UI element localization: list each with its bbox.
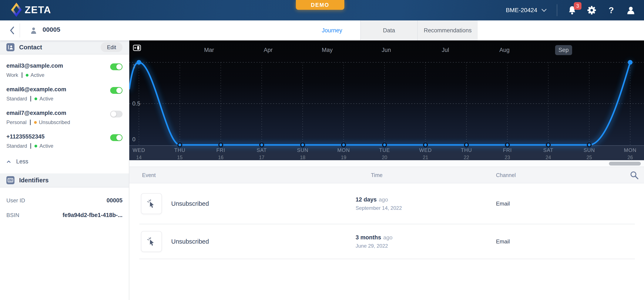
data-point[interactable] — [628, 60, 632, 65]
day-name: SUN — [584, 147, 595, 153]
data-point[interactable] — [342, 143, 346, 147]
page-title: 00005 — [42, 26, 60, 33]
edit-contact-button[interactable]: Edit — [100, 42, 122, 52]
day-name: SUN — [297, 147, 308, 153]
table-search-button[interactable] — [630, 170, 639, 180]
day-date: 18 — [297, 155, 308, 160]
day-date: 20 — [379, 155, 390, 160]
event-name: Unsubscribed — [171, 200, 209, 207]
contact-value: email3@sample.com — [6, 62, 110, 69]
contact-toggle[interactable] — [110, 111, 122, 118]
data-point[interactable] — [546, 143, 550, 147]
data-point[interactable] — [424, 143, 428, 147]
data-point[interactable] — [136, 60, 141, 65]
contact-value: email6@example.com — [6, 86, 110, 93]
event-name: Unsubscribed — [171, 238, 209, 245]
time-relative: 12 days — [356, 196, 377, 203]
event-row[interactable]: Unsubscribed 3 monthsago June 29, 2022 E… — [139, 224, 635, 259]
time-date: June 29, 2022 — [356, 243, 392, 249]
identifier-value: fe9a94d2-fbe1-418b-... — [62, 212, 122, 218]
month-label-aug[interactable]: Aug — [496, 45, 513, 55]
cursor-click-icon — [146, 236, 156, 246]
tab-journey[interactable]: Journey — [304, 20, 361, 40]
event-channel: Email — [496, 238, 510, 245]
month-label-mar[interactable]: Mar — [201, 45, 218, 55]
data-point[interactable] — [588, 143, 591, 147]
journey-timeline-chart[interactable]: MarAprMayJunJulAugSep WED14THU15FRI16SAT… — [129, 40, 644, 160]
month-label-apr[interactable]: Apr — [260, 45, 276, 55]
contact-toggle[interactable] — [110, 134, 122, 141]
column-channel: Channel — [496, 172, 516, 178]
day-name: MON — [624, 147, 636, 153]
help-button[interactable]: ? — [606, 6, 616, 15]
column-time: Time — [371, 172, 382, 178]
column-event: Event — [142, 172, 156, 178]
status-dot — [34, 121, 37, 124]
account-name: BME-20424 — [506, 7, 537, 14]
month-label-jun[interactable]: Jun — [378, 45, 394, 55]
event-row[interactable]: Unsubscribed 12 daysago September 14, 20… — [139, 184, 635, 224]
collapse-less-link[interactable]: Less — [7, 158, 129, 165]
day-date: 21 — [419, 155, 432, 160]
chevron-down-icon — [542, 9, 546, 12]
back-button[interactable] — [7, 26, 17, 35]
day-name: FRI — [503, 147, 512, 153]
identifier-row: BSIN fe9a94d2-fbe1-418b-... — [6, 212, 122, 218]
identifier-value: 00005 — [106, 197, 122, 204]
tab-recommendations[interactable]: Recommendations — [418, 20, 478, 40]
month-label-may[interactable]: May — [318, 45, 336, 55]
data-point[interactable] — [382, 143, 386, 147]
notifications-button[interactable]: 3 — [568, 6, 577, 15]
toggle-knob — [116, 64, 122, 70]
y-tick-label: 0.5 — [132, 100, 140, 107]
day-name: THU — [174, 147, 185, 153]
day-axis-strip: WED14THU15FRI16SAT17SUN18MON19TUE20WED21… — [129, 146, 644, 160]
day-date: 16 — [216, 155, 225, 160]
month-label-sep[interactable]: Sep — [555, 45, 572, 55]
contact-type: Standard — [6, 96, 27, 102]
toggle-knob — [116, 88, 122, 93]
brand-logo[interactable]: ZETA — [11, 2, 51, 17]
contact-toggle[interactable] — [110, 87, 122, 94]
month-label-jul[interactable]: Jul — [438, 45, 452, 55]
cursor-click-icon — [146, 199, 156, 208]
identifier-label: User ID — [6, 197, 25, 204]
settings-button[interactable] — [587, 6, 596, 15]
identifier-row: User ID 00005 — [6, 197, 122, 204]
status-dot — [34, 145, 37, 148]
profile-tabs: Journey Data Recommendations — [304, 20, 478, 40]
day-name: SAT — [543, 147, 554, 153]
contact-item: +11235552345 Standard Active — [0, 134, 129, 149]
day-tick: SUN25 — [584, 147, 595, 160]
data-point[interactable] — [178, 143, 182, 147]
day-tick: MON19 — [337, 147, 350, 160]
account-dropdown[interactable]: BME-20424 — [506, 7, 546, 14]
identifier-label: BSIN — [6, 212, 19, 218]
day-tick: WED21 — [419, 147, 432, 160]
question-icon: ? — [609, 6, 614, 15]
contact-card-icon — [6, 43, 14, 51]
meta-separator — [22, 72, 22, 78]
day-date: 14 — [133, 155, 145, 160]
month-axis: MarAprMayJunJulAugSep — [129, 45, 644, 56]
notification-count-badge: 3 — [574, 2, 582, 10]
chart-scrollbar-thumb[interactable] — [609, 162, 641, 166]
user-menu-button[interactable] — [626, 6, 636, 15]
tab-data[interactable]: Data — [361, 20, 418, 40]
identifiers-list: User ID 00005 BSIN fe9a94d2-fbe1-418b-..… — [0, 188, 129, 218]
contact-section-header: Contact Edit — [0, 40, 129, 54]
day-tick: TUE20 — [379, 147, 390, 160]
time-date: September 14, 2022 — [356, 205, 402, 211]
profile-person-icon — [30, 26, 37, 35]
data-point[interactable] — [506, 143, 509, 147]
time-relative: 3 months — [356, 234, 381, 241]
contact-status: Active — [31, 72, 44, 78]
data-point[interactable] — [260, 143, 264, 147]
data-point[interactable] — [219, 143, 223, 147]
data-point[interactable] — [301, 143, 304, 147]
data-point[interactable] — [464, 143, 468, 147]
day-date: 25 — [584, 155, 595, 160]
event-time: 3 monthsago June 29, 2022 — [356, 234, 392, 249]
day-tick: MON26 — [624, 147, 636, 160]
contact-toggle[interactable] — [110, 64, 122, 70]
